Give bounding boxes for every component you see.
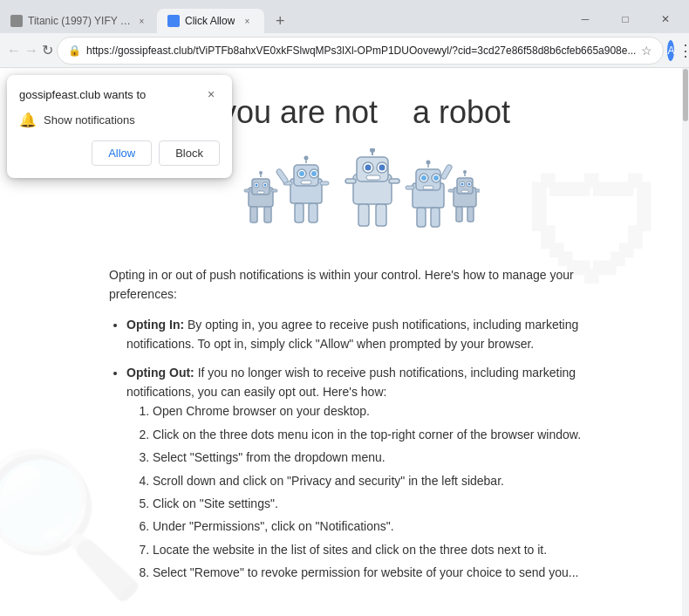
svg-point-21 [304, 156, 309, 161]
step-4: Scroll down and click on "Privacy and se… [153, 471, 597, 490]
svg-point-43 [421, 175, 426, 181]
svg-rect-50 [440, 164, 453, 181]
block-button[interactable]: Block [159, 140, 220, 166]
svg-rect-23 [320, 181, 329, 185]
forward-button[interactable]: → [24, 38, 38, 63]
bookmark-icon[interactable]: ☆ [641, 44, 652, 58]
popup-buttons: Allow Block [19, 140, 220, 166]
step-6: Under "Permissions", click on "Notificat… [153, 517, 597, 536]
popup-close-button[interactable]: × [202, 86, 220, 103]
svg-rect-6 [257, 191, 264, 194]
svg-rect-51 [417, 208, 426, 227]
popup-title: gossipfeast.club wants to [19, 88, 146, 101]
svg-point-35 [370, 148, 375, 153]
step-8: Select "Remove" to revoke permission for… [153, 563, 597, 582]
svg-point-5 [264, 184, 267, 187]
svg-rect-52 [431, 208, 440, 227]
svg-point-58 [468, 183, 471, 186]
step-3: Select "Settings" from the dropdown menu… [153, 448, 597, 467]
body-text: Opting in or out of push notifications i… [109, 265, 597, 582]
browser-frame: Titanic (1997) YIFY – Downloadi × Click … [0, 0, 689, 616]
svg-rect-62 [448, 189, 454, 192]
opt-in-text: By opting in, you agree to receive push … [126, 318, 578, 351]
tab-label-1: Titanic (1997) YIFY – Downloadi [28, 15, 132, 27]
tab-inactive[interactable]: Titanic (1997) YIFY – Downloadi × [0, 9, 157, 33]
svg-rect-64 [456, 207, 462, 222]
svg-rect-25 [309, 203, 317, 222]
popup-header: gossipfeast.club wants to × [19, 86, 220, 103]
svg-point-30 [365, 165, 372, 171]
step-2: Click on the three dots menu icon in the… [153, 425, 597, 444]
address-bar: ← → ↻ 🔒 https://gossipfeast.club/tViPTFb… [0, 33, 689, 68]
opt-in-title: Opting In: [126, 318, 184, 332]
window-controls: ─ □ ✕ [565, 5, 689, 33]
steps-list: Open Chrome browser on your desktop. Cli… [153, 401, 597, 582]
svg-point-48 [426, 161, 431, 165]
robots-svg [227, 148, 480, 244]
svg-point-3 [256, 184, 258, 187]
svg-rect-33 [366, 175, 380, 180]
svg-rect-11 [250, 207, 257, 222]
svg-point-56 [461, 183, 464, 186]
opt-out-item: Opting Out: If you no longer wish to rec… [126, 363, 597, 583]
tab-favicon-1 [10, 15, 23, 27]
svg-rect-65 [467, 207, 474, 222]
svg-rect-10 [271, 189, 277, 192]
maximize-button[interactable]: □ [605, 5, 645, 33]
options-list: Opting In: By opting in, you agree to re… [126, 315, 597, 583]
close-button[interactable]: ✕ [645, 5, 686, 33]
svg-rect-37 [389, 179, 399, 183]
lock-icon: 🔒 [68, 44, 81, 57]
new-tab-button[interactable]: + [268, 9, 292, 33]
heading-part2: a robot [413, 94, 510, 131]
allow-button[interactable]: Allow [92, 140, 152, 166]
tab-active[interactable]: Click Allow × [157, 9, 264, 33]
bell-icon: 🔔 [19, 112, 37, 128]
svg-rect-19 [301, 181, 311, 184]
svg-point-18 [311, 171, 317, 176]
tab-close-1[interactable]: × [137, 14, 147, 28]
url-text: https://gossipfeast.club/tViPTFb8ahxVE0x… [86, 44, 636, 57]
svg-rect-26 [276, 168, 289, 184]
svg-rect-9 [244, 189, 250, 192]
tab-close-2[interactable]: × [240, 14, 254, 28]
svg-rect-46 [423, 186, 433, 189]
svg-point-16 [299, 171, 304, 176]
svg-rect-63 [475, 189, 480, 192]
profile-avatar[interactable]: A [667, 40, 674, 61]
svg-rect-38 [358, 204, 369, 226]
step-5: Click on "Site settings". [153, 494, 597, 513]
minimize-button[interactable]: ─ [565, 5, 605, 33]
step-1: Open Chrome browser on your desktop. [153, 401, 597, 421]
step-7: Locate the website in the list of sites … [153, 540, 597, 559]
notification-label: Show notifications [44, 113, 135, 127]
tab-favicon-2 [167, 15, 180, 27]
svg-rect-36 [345, 179, 356, 183]
page-content: 🔍 🛡 gossipfeast.club wants to × 🔔 Show n… [0, 68, 689, 616]
svg-point-32 [379, 165, 385, 171]
svg-rect-24 [295, 203, 304, 222]
refresh-button[interactable]: ↻ [42, 38, 53, 63]
svg-point-61 [463, 170, 467, 174]
back-button[interactable]: ← [7, 38, 21, 63]
svg-rect-12 [264, 207, 271, 222]
opt-out-title: Opting Out: [126, 366, 194, 380]
url-bar[interactable]: 🔒 https://gossipfeast.club/tViPTFb8ahxVE… [57, 37, 664, 65]
tab-label-2: Click Allow [185, 15, 235, 27]
svg-point-8 [259, 171, 263, 175]
svg-rect-49 [406, 186, 414, 189]
svg-rect-59 [461, 190, 468, 193]
tab-bar: Titanic (1997) YIFY – Downloadi × Click … [0, 0, 689, 33]
opt-in-item: Opting In: By opting in, you agree to re… [126, 315, 597, 354]
svg-point-45 [433, 175, 439, 181]
svg-rect-39 [376, 204, 386, 226]
opt-out-intro: If you no longer wish to receive push no… [126, 366, 576, 399]
body-intro: Opting in or out of push notifications i… [109, 265, 597, 305]
notification-popup: gossipfeast.club wants to × 🔔 Show notif… [7, 75, 232, 178]
popup-notification-row: 🔔 Show notifications [19, 112, 220, 128]
browser-menu-button[interactable]: ⋮ [678, 38, 689, 63]
